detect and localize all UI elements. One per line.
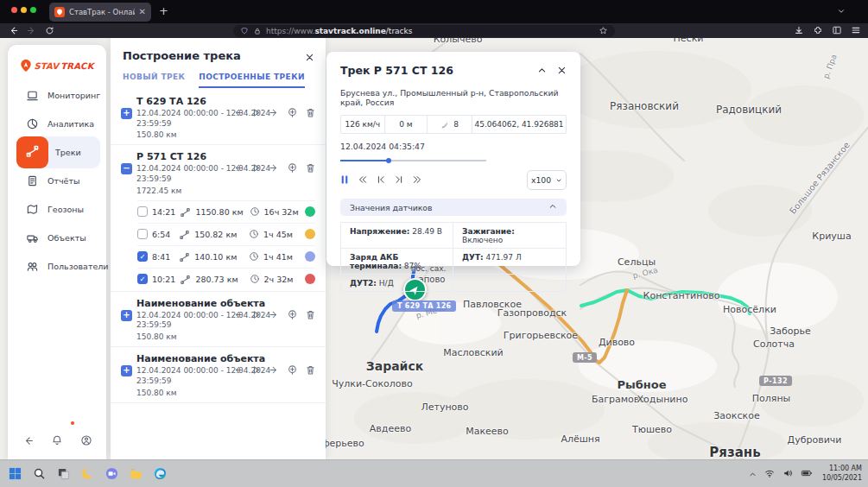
delete-track-button[interactable] bbox=[305, 162, 316, 174]
tab-built-tracks[interactable]: ПОСТРОЕННЫЕ ТРЕКИ bbox=[199, 73, 305, 88]
play-track-button[interactable] bbox=[250, 162, 262, 174]
focus-track-button[interactable] bbox=[287, 309, 298, 320]
next-point-button[interactable] bbox=[269, 309, 280, 320]
account-icon[interactable] bbox=[80, 433, 92, 450]
track-expander-button[interactable]: + bbox=[121, 310, 132, 321]
sidebar-item-reports[interactable]: Отчёты bbox=[8, 167, 106, 195]
taskbar-search-icon[interactable] bbox=[31, 466, 47, 482]
pause-button[interactable] bbox=[340, 172, 349, 188]
downloads-icon[interactable] bbox=[794, 25, 804, 35]
task-view-icon[interactable] bbox=[55, 466, 71, 482]
wifi-icon[interactable] bbox=[764, 465, 775, 482]
fast-rewind-button[interactable] bbox=[357, 172, 368, 188]
segment-checkbox[interactable]: ✓ bbox=[137, 251, 148, 262]
back-button[interactable] bbox=[9, 26, 18, 35]
sidebar-item-tracks[interactable]: Треки bbox=[8, 138, 106, 167]
track-segment-row[interactable]: ✓ 8:41 140.10 км 1ч 41м bbox=[137, 245, 315, 268]
prev-point-button[interactable] bbox=[232, 364, 244, 376]
new-tab-button[interactable]: + bbox=[159, 4, 168, 17]
next-point-button[interactable] bbox=[269, 364, 280, 376]
taskbar-clock[interactable]: 11:00 AM 10/05/2021 bbox=[822, 465, 862, 484]
track-expander-button[interactable]: − bbox=[121, 163, 132, 174]
next-point-button[interactable] bbox=[269, 107, 280, 118]
track-segment-row[interactable]: 14:21 1150.80 км 16ч 32м bbox=[137, 200, 315, 223]
battery-icon[interactable] bbox=[801, 465, 813, 482]
map-label: Новосёлки bbox=[723, 304, 776, 315]
play-track-button[interactable] bbox=[250, 309, 262, 320]
play-track-button[interactable] bbox=[250, 107, 262, 118]
segment-checkbox[interactable] bbox=[137, 229, 148, 239]
menu-icon[interactable] bbox=[851, 25, 861, 35]
track-item-header[interactable]: + Наименование объекта 12.04.2024 00:00:… bbox=[111, 347, 326, 402]
reload-button[interactable] bbox=[45, 26, 54, 35]
sidebar-toggle-icon[interactable] bbox=[832, 25, 842, 35]
window-zoom-button[interactable] bbox=[30, 7, 36, 13]
collapse-sensors-icon[interactable] bbox=[548, 202, 557, 212]
track-item-header[interactable]: − Р 571 СТ 126 12.04.2024 00:00:00 - 12.… bbox=[111, 145, 326, 199]
track-item: − Р 571 СТ 126 12.04.2024 00:00:00 - 12.… bbox=[111, 145, 326, 291]
sensors-section-header[interactable]: Значения датчиков bbox=[340, 199, 567, 216]
track-expander-button[interactable]: + bbox=[121, 108, 132, 119]
playback-slider[interactable] bbox=[340, 157, 486, 163]
bookmark-star-icon[interactable] bbox=[599, 26, 608, 35]
tracking-shield-icon[interactable] bbox=[240, 27, 249, 35]
next-point-button[interactable] bbox=[269, 162, 280, 174]
window-close-button[interactable] bbox=[11, 7, 17, 13]
track-item-header[interactable]: + Наименование объекта 12.04.2024 00:00:… bbox=[111, 292, 326, 346]
extensions-icon[interactable] bbox=[813, 25, 823, 35]
step-back-button[interactable] bbox=[376, 172, 386, 188]
track-expander-button[interactable]: + bbox=[121, 365, 132, 376]
window-minimize-button[interactable] bbox=[21, 7, 27, 13]
track-item-header[interactable]: + Т 629 ТА 126 12.04.2024 00:00:00 - 12.… bbox=[111, 90, 326, 144]
track-details-title: Трек Р 571 СТ 126 bbox=[340, 64, 453, 77]
speed-multiplier-select[interactable]: x100 bbox=[527, 170, 567, 190]
step-forward-button[interactable] bbox=[394, 172, 404, 188]
sidebar-item-geozones[interactable]: Геозоны bbox=[8, 195, 106, 224]
lock-icon[interactable] bbox=[253, 27, 262, 35]
track-segment-row[interactable]: ✓ 10:21 280.73 км 2ч 32м bbox=[137, 268, 315, 290]
moon-app-icon[interactable] bbox=[79, 466, 95, 482]
prev-point-button[interactable] bbox=[232, 309, 244, 320]
list-tabs-icon[interactable] bbox=[837, 7, 846, 16]
volume-icon[interactable] bbox=[782, 465, 793, 482]
tracks-route-icon bbox=[25, 143, 40, 161]
url-bar[interactable]: https://www.stavtrack.online/tracks bbox=[233, 25, 615, 37]
focus-track-button[interactable] bbox=[287, 107, 298, 118]
fast-forward-button[interactable] bbox=[412, 172, 423, 188]
sidebar-item-objects[interactable]: Объекты bbox=[8, 224, 106, 252]
sidebar-item-monitoring[interactable]: Мониторинг bbox=[8, 81, 106, 110]
focus-track-button[interactable] bbox=[287, 162, 298, 174]
panel-close-icon[interactable] bbox=[305, 49, 314, 66]
sidebar-item-analytics[interactable]: Аналитика bbox=[8, 110, 106, 138]
sensor-value: Заряд АКБ терминала: 87% bbox=[341, 249, 453, 275]
forward-button[interactable] bbox=[27, 26, 36, 35]
segment-checkbox[interactable] bbox=[137, 206, 148, 217]
prev-point-button[interactable] bbox=[232, 107, 244, 118]
delete-track-button[interactable] bbox=[305, 107, 316, 118]
slider-knob[interactable] bbox=[386, 158, 392, 164]
edge-browser-icon[interactable] bbox=[152, 466, 168, 482]
map-label: Летуново bbox=[421, 402, 468, 413]
collapse-sidebar-button[interactable] bbox=[22, 433, 34, 450]
collapse-details-icon[interactable] bbox=[537, 62, 547, 79]
tab-new-track[interactable]: НОВЫЙ ТРЕК bbox=[123, 73, 185, 88]
tray-chevron-icon[interactable] bbox=[749, 465, 757, 482]
delete-track-button[interactable] bbox=[305, 309, 316, 320]
notifications-bell-icon[interactable] bbox=[51, 433, 63, 450]
play-track-button[interactable] bbox=[250, 364, 262, 376]
focus-track-button[interactable] bbox=[287, 364, 298, 376]
vehicle-map-label[interactable]: Т 629 ТА 126 bbox=[392, 300, 456, 312]
browser-tab[interactable]: СтавТрак - Онлайн мониторин ✕ bbox=[49, 3, 151, 22]
geozones-icon bbox=[26, 203, 39, 219]
prev-point-button[interactable] bbox=[232, 162, 244, 174]
segment-clock-icon bbox=[250, 274, 260, 284]
windows-start-button[interactable] bbox=[7, 466, 22, 482]
sidebar-item-users[interactable]: Пользователи bbox=[8, 252, 106, 281]
delete-track-button[interactable] bbox=[305, 364, 316, 376]
segment-checkbox[interactable]: ✓ bbox=[137, 274, 148, 284]
tab-close-icon[interactable]: ✕ bbox=[139, 8, 146, 16]
close-details-icon[interactable] bbox=[557, 62, 567, 79]
chat-app-icon[interactable] bbox=[104, 466, 119, 482]
track-segment-row[interactable]: 6:54 150.82 км 1ч 45м bbox=[137, 223, 315, 245]
file-explorer-icon[interactable] bbox=[128, 466, 143, 482]
